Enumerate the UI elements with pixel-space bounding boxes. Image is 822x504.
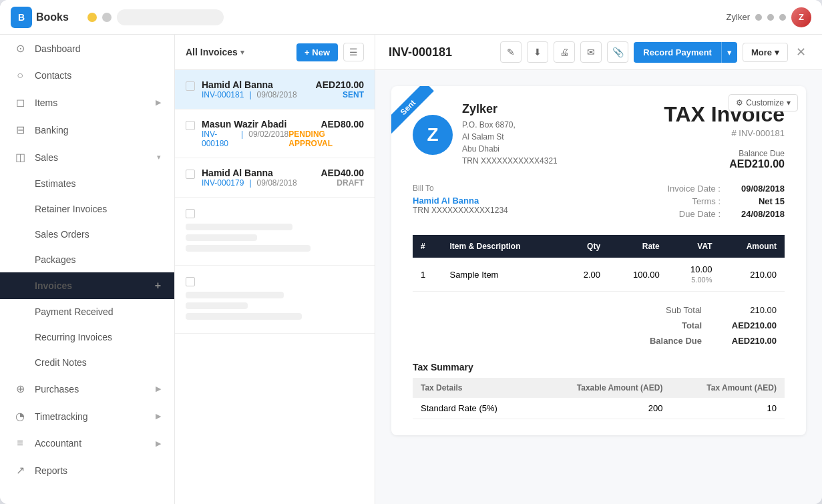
invoice-id-1: INV-000181 (202, 90, 244, 99)
pdf-button[interactable]: ⬇ (527, 41, 548, 63)
balance-due-amount: AED210.00 (664, 158, 785, 170)
bill-to-trn: TRN XXXXXXXXXXX1234 (413, 206, 660, 215)
edit-button[interactable]: ✎ (500, 41, 522, 63)
timetracking-icon: ◔ (13, 410, 27, 423)
customize-button[interactable]: ⚙ Customize ▾ (729, 94, 798, 111)
list-menu-icon: ☰ (349, 47, 358, 57)
taxable-amount-header: Taxable Amount (AED) (536, 378, 670, 398)
col-description: Item & Description (441, 235, 562, 258)
sidebar-item-sales-orders[interactable]: Sales Orders (0, 222, 174, 247)
invoice-filter-label: All Invoices (186, 47, 238, 57)
sidebar-item-credit-notes[interactable]: Credit Notes (0, 350, 174, 375)
sidebar-item-packages[interactable]: Packages (0, 247, 174, 272)
sidebar-item-reports[interactable]: ↗ Reports (0, 457, 174, 484)
tb-circle-2 (767, 14, 774, 21)
tax-detail-cell: Standard Rate (5%) (413, 398, 536, 419)
terms-value: Net 15 (731, 196, 785, 206)
attachment-button[interactable]: 📎 (607, 41, 628, 63)
invoice-filter-button[interactable]: All Invoices ▾ (186, 47, 244, 57)
minimize-button[interactable] (87, 13, 97, 22)
maximize-button[interactable] (102, 13, 112, 22)
company-addr-2: Al Salam St (462, 131, 558, 143)
invoice-date-2: 09/02/2018 (248, 130, 288, 148)
purchases-arrow-icon: ▶ (156, 385, 161, 393)
sidebar-item-banking[interactable]: ⊟ Banking (0, 116, 174, 144)
table-row: 1 Sample Item 2.00 100.00 10.005.00% 210… (413, 258, 785, 292)
due-date-row: Due Date : 24/08/2018 (660, 209, 785, 219)
invoice-checkbox-2[interactable] (186, 121, 195, 130)
user-name[interactable]: Zylker (727, 12, 750, 22)
sidebar-item-sales[interactable]: ◫ Sales ▾ (0, 144, 174, 171)
due-date-value: 24/08/2018 (731, 209, 785, 219)
gear-icon: ⚙ (736, 98, 743, 107)
sidebar-item-dashboard[interactable]: ⊙ Dashboard (0, 35, 174, 62)
record-payment-dropdown-button[interactable]: ▾ (721, 42, 737, 63)
col-amount: Amount (720, 235, 785, 258)
app-window: B Books Zylker Z ⊙ Dashboard ○ Contacts (0, 0, 822, 504)
sidebar-item-purchases[interactable]: ⊕ Purchases ▶ (0, 375, 174, 403)
accountant-icon: ≡ (13, 437, 27, 449)
invoice-date-value: 09/08/2018 (731, 184, 785, 194)
sales-icon: ◫ (13, 151, 27, 164)
logo-icon: B (11, 7, 32, 28)
invoices-plus-icon[interactable]: + (155, 280, 161, 292)
timetracking-arrow-icon: ▶ (156, 412, 161, 421)
placeholder-cb (186, 277, 195, 286)
invoice-card: ⚙ Customize ▾ Z Zylker (391, 86, 806, 435)
sidebar-item-retainer-invoices[interactable]: Retainer Invoices (0, 196, 174, 222)
more-button[interactable]: More ▾ (743, 43, 788, 62)
print-button[interactable]: 🖨 (554, 41, 575, 63)
sidebar-label-estimates: Estimates (35, 178, 75, 189)
sales-arrow-icon: ▾ (157, 153, 161, 162)
detail-actions: ✎ ⬇ 🖨 ✉ 📎 Record Payment ▾ More ▾ ✕ (500, 41, 809, 63)
invoice-row[interactable]: Hamid Al Banna AED40.00 INV-000179 | 09/… (175, 158, 375, 198)
invoice-row[interactable]: Masun Wazir Abadi AED80.00 INV-000180 | … (175, 109, 375, 158)
bill-to-name: Hamid Al Banna (413, 196, 660, 206)
company-address: P.O. Box 6870, Al Salam St Abu Dhabi TRN… (462, 119, 558, 167)
sidebar-item-contacts[interactable]: ○ Contacts (0, 62, 174, 89)
row-vat: 10.005.00% (668, 258, 721, 292)
list-menu-button[interactable]: ☰ (343, 43, 364, 61)
customize-label: Customize (746, 98, 784, 107)
invoice-customer-2: Masun Wazir Abadi (202, 119, 286, 130)
due-date-label: Due Date : (660, 209, 721, 219)
new-invoice-button[interactable]: + New (296, 43, 338, 61)
invoice-detail-panel: INV-000181 ✎ ⬇ 🖨 ✉ 📎 Record Payment ▾ Mo… (375, 35, 822, 504)
sidebar-item-timetracking[interactable]: ◔ Timetracking ▶ (0, 403, 174, 430)
sidebar-item-invoices[interactable]: Invoices + (0, 272, 174, 299)
invoice-date-row: Invoice Date : 09/08/2018 (660, 184, 785, 194)
company-logo: Z (413, 115, 453, 155)
dashboard-icon: ⊙ (13, 42, 27, 55)
email-button[interactable]: ✉ (580, 41, 602, 63)
tb-circle-3 (779, 14, 786, 21)
invoice-row[interactable]: Hamid Al Banna AED210.00 INV-000181 | 09… (175, 70, 375, 109)
invoice-checkbox-3[interactable] (186, 170, 195, 179)
tax-amount-header: Tax Amount (AED) (670, 378, 785, 398)
invoice-row-placeholder (175, 198, 375, 266)
close-button[interactable]: ✕ (793, 45, 809, 59)
col-num: # (413, 235, 441, 258)
invoice-checkbox-1[interactable] (186, 81, 195, 91)
col-rate: Rate (608, 235, 668, 258)
sidebar-label-sales-orders: Sales Orders (35, 229, 89, 240)
sidebar-item-recurring-invoices[interactable]: Recurring Invoices (0, 324, 174, 350)
placeholder-line (186, 292, 284, 298)
tax-summary-section: Tax Summary Tax Details Taxable Amount (… (413, 362, 785, 419)
terms-row: Terms : Net 15 (660, 196, 785, 206)
taxable-amount-cell: 200 (536, 398, 670, 419)
user-avatar[interactable]: Z (791, 7, 811, 27)
company-section: Z Zylker P.O. Box 6870, Al Salam St Abu … (413, 102, 558, 167)
title-bar-right: Zylker Z (727, 7, 811, 27)
tax-details-header: Tax Details (413, 378, 536, 398)
total-label: Total (648, 320, 702, 330)
sidebar-item-items[interactable]: ◻ Items ▶ (0, 89, 174, 116)
row-qty: 2.00 (562, 258, 608, 292)
sidebar-item-payment-received[interactable]: Payment Received (0, 299, 174, 324)
sidebar-label-contacts: Contacts (35, 70, 71, 81)
invoice-amount-1: AED210.00 (316, 79, 364, 90)
window-controls (87, 9, 224, 25)
sidebar-item-accountant[interactable]: ≡ Accountant ▶ (0, 430, 174, 457)
record-payment-button[interactable]: Record Payment (634, 42, 721, 63)
sidebar-item-estimates[interactable]: Estimates (0, 171, 174, 196)
tax-table-row: Standard Rate (5%) 200 10 (413, 398, 785, 419)
